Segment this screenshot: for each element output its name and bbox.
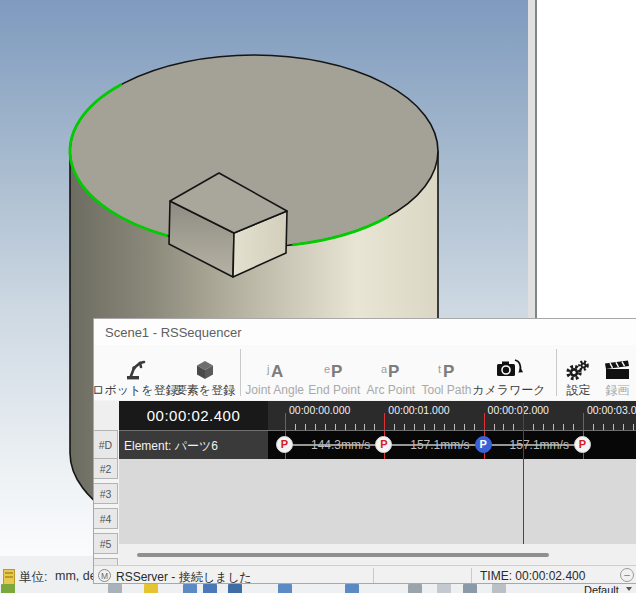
toolbar-button-label: 録画 xyxy=(605,384,629,397)
timeline-ruler[interactable]: 00:00:00.00000:00:01.00000:00:02.00000:0… xyxy=(268,401,636,430)
app-toolbar-strip: Default xyxy=(0,584,636,593)
segment-speed-label: 144.3mm/s xyxy=(311,438,370,452)
sequencer-window: Scene1 - RSSequencer ロボットを登録要素を登録jAJoint… xyxy=(93,318,636,584)
time-status-text: TIME: 00:00:02.400 xyxy=(480,569,585,583)
end-point-icon: eP xyxy=(319,358,349,384)
timeline-empty-area[interactable] xyxy=(119,459,636,544)
timeline-hscrollbar[interactable] xyxy=(119,544,636,565)
cube-icon xyxy=(193,358,217,384)
clapper-icon xyxy=(602,358,632,384)
current-time-display: 00:00:02.400 xyxy=(119,401,268,430)
server-status-text: RSServer - 接続しました xyxy=(116,569,252,584)
row-label-cell[interactable]: Element: パーツ6 xyxy=(119,431,268,459)
row-tab-4[interactable]: #4 xyxy=(94,508,118,529)
toolbar-button-label: 要素を登録 xyxy=(175,384,235,397)
timeline-corner-cell xyxy=(94,401,119,430)
toolbar-separator xyxy=(240,349,241,396)
point-marker-red[interactable]: P xyxy=(276,436,293,453)
point-marker-red[interactable]: P xyxy=(375,436,392,453)
ruler-tick-label: 00:00:00.000 xyxy=(289,404,350,416)
status-separator xyxy=(471,568,472,583)
svg-text:P: P xyxy=(443,362,454,381)
window-title: Scene1 - RSSequencer xyxy=(105,325,242,340)
svg-text:t: t xyxy=(438,363,441,375)
ruler-unit-icon xyxy=(3,569,15,585)
row-tab-5[interactable]: #5 xyxy=(94,533,118,554)
ruler-tick-label: 00:00:03.000 xyxy=(587,404,636,416)
app-toolbar-icon[interactable] xyxy=(492,584,506,593)
marker-line-ruler xyxy=(484,413,485,430)
toolbar-button-label: カメラワーク xyxy=(472,384,545,397)
toolbar-button-arc-point[interactable]: aPArc Point xyxy=(363,345,420,400)
timeline-row-element: Element: パーツ6 144.3mm/s157.1mm/s157.1mm/… xyxy=(119,430,636,459)
toolbar-button-register-robot[interactable]: ロボットを登録 xyxy=(98,345,172,400)
toolbar-button-end-point[interactable]: ePEnd Point xyxy=(306,345,363,400)
svg-text:a: a xyxy=(381,363,388,375)
ruler-tick-label: 00:00:02.000 xyxy=(488,404,549,416)
app-toolbar-icon[interactable] xyxy=(463,584,477,593)
timeline-header: 00:00:02.400 00:00:00.00000:00:01.00000:… xyxy=(94,401,636,430)
sequencer-title-bar[interactable]: Scene1 - RSSequencer xyxy=(94,319,636,345)
app-toolbar-icon[interactable] xyxy=(203,584,217,593)
toolbar-button-tool-path[interactable]: tPTool Path xyxy=(419,345,474,400)
row-tab-2[interactable]: #2 xyxy=(94,458,118,479)
point-marker-red[interactable]: P xyxy=(574,436,591,453)
app-toolbar-icon[interactable] xyxy=(437,584,451,593)
app-toolbar-icon[interactable] xyxy=(228,584,242,593)
tool-path-icon: tP xyxy=(432,358,462,384)
toolbar-button-joint-angle[interactable]: jAJoint Angle xyxy=(243,345,306,400)
app-toolbar-icon[interactable] xyxy=(144,584,158,593)
toolbar-button-settings[interactable]: 設定 xyxy=(559,345,598,400)
svg-text:P: P xyxy=(388,362,399,381)
arc-point-icon: aP xyxy=(376,358,406,384)
toolbar-button-label: Tool Path xyxy=(422,384,472,397)
joint-angle-icon: jA xyxy=(260,358,290,384)
robot-icon xyxy=(122,356,148,384)
marker-line-ruler xyxy=(583,413,584,430)
app-toolbar-icon[interactable] xyxy=(278,584,292,593)
gear-icon xyxy=(564,358,592,384)
dropdown-arrow-icon[interactable] xyxy=(626,587,632,591)
seq-toolbar: ロボットを登録要素を登録jAJoint AngleePEnd PointaPAr… xyxy=(94,345,636,400)
toolbar-button-label: Joint Angle xyxy=(245,384,304,397)
point-marker-blue[interactable]: P xyxy=(475,436,492,453)
app-toolbar-icon[interactable] xyxy=(183,584,197,593)
svg-text:j: j xyxy=(266,363,269,375)
row-track[interactable]: 144.3mm/s157.1mm/s157.1mm/sPPPP xyxy=(268,431,636,459)
toolbar-button-register-element[interactable]: 要素を登録 xyxy=(172,345,238,400)
sequencer-status-bar: M RSServer - 接続しました TIME: 00:00:02.400 – xyxy=(94,565,636,584)
toolbar-button-label: 設定 xyxy=(566,384,590,397)
segment-speed-label: 157.1mm/s xyxy=(510,438,569,452)
toolbar-separator xyxy=(556,349,557,396)
toolbar-button-label: End Point xyxy=(308,384,360,397)
row-tab-3[interactable]: #3 xyxy=(94,483,118,504)
app-toolbar-icon[interactable] xyxy=(408,584,422,593)
status-separator xyxy=(373,568,374,583)
toolbar-button-label: Arc Point xyxy=(367,384,416,397)
row-tab-D[interactable]: #D xyxy=(94,430,118,459)
toolbar-button-label: ロボットを登録 xyxy=(93,384,178,397)
app-toolbar-icon[interactable] xyxy=(108,584,122,593)
row-label: Element: パーツ6 xyxy=(124,438,218,455)
app-toolbar-icon[interactable] xyxy=(1,584,15,593)
ruler-tick-label: 00:00:01.000 xyxy=(388,404,449,416)
segment-speed-label: 157.1mm/s xyxy=(410,438,469,452)
camera-icon xyxy=(493,356,525,384)
marker-line-ruler xyxy=(384,413,385,430)
collapse-icon[interactable]: – xyxy=(620,568,634,582)
playhead-line[interactable] xyxy=(523,403,524,544)
app-toolbar-icon[interactable] xyxy=(345,584,359,593)
svg-text:e: e xyxy=(324,363,330,375)
marker-line-ruler xyxy=(285,413,286,430)
hscrollbar-thumb[interactable] xyxy=(137,553,549,557)
svg-text:P: P xyxy=(331,362,342,381)
toolbar-button-record[interactable]: 録画 xyxy=(598,345,636,400)
default-dropdown[interactable]: Default xyxy=(584,584,619,593)
svg-text:A: A xyxy=(271,362,283,381)
server-m-icon: M xyxy=(98,569,111,582)
toolbar-button-camera-work[interactable]: カメラワーク xyxy=(474,345,544,400)
